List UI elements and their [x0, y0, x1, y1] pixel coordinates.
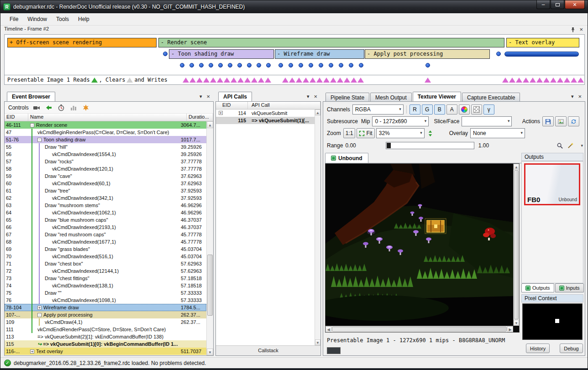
usage-triangle[interactable]	[530, 78, 536, 83]
event-row[interactable]: 58vkCmdDrawIndexed(120,1)37.77778	[5, 165, 206, 172]
usage-triangle[interactable]	[217, 78, 223, 83]
draw-event-dot[interactable]	[199, 63, 204, 68]
texture-tab-unbound[interactable]: Unbound	[325, 153, 368, 163]
usage-triangle[interactable]	[330, 78, 336, 83]
event-row[interactable]: 73Draw "chest fittings"57.18518	[5, 275, 206, 282]
event-row[interactable]: 72vkCmdDrawIndexed(12144,1)57.62963	[5, 267, 206, 275]
usage-triangle[interactable]	[564, 78, 570, 83]
timeline-marker[interactable]: - Apply post processing	[365, 49, 490, 59]
usage-triangle[interactable]	[523, 78, 529, 83]
draw-event-dot[interactable]	[247, 63, 252, 68]
timeline-marker[interactable]: - Render scene	[158, 38, 504, 47]
mip-select[interactable]: 0 - 1272x690	[372, 116, 429, 126]
pixel-context-view[interactable]	[522, 303, 583, 340]
tab-pipeline-state[interactable]: Pipeline State	[326, 93, 369, 102]
draw-event-dot[interactable]	[278, 63, 283, 68]
maximize-button[interactable]	[551, 0, 564, 9]
draw-event-dot[interactable]	[257, 63, 261, 68]
minimize-button[interactable]: –	[536, 0, 550, 9]
event-row[interactable]: 51-76-Toon shading draw1017.7...	[5, 136, 206, 143]
usage-triangle[interactable]	[351, 78, 357, 83]
event-row[interactable]: 76vkCmdDrawIndexed(1098,1)57.33333	[5, 297, 206, 304]
save-texture-button[interactable]	[542, 116, 554, 126]
range-max-value[interactable]: 1.00	[478, 142, 489, 149]
column-eid[interactable]: EID	[5, 114, 28, 121]
event-row[interactable]: 70vkCmdDrawIndexed(516,1)45.03704	[5, 253, 206, 260]
tab-mesh-output[interactable]: Mesh Output	[370, 93, 412, 102]
refresh-button[interactable]	[568, 116, 579, 126]
tab-capture-executable[interactable]: Capture Executable	[462, 93, 520, 102]
event-browser-scrollbar[interactable]: ▲ ▼	[206, 121, 213, 355]
event-row[interactable]: 59Draw "cave"37.62963	[5, 172, 206, 180]
draw-event-dot[interactable]	[189, 63, 194, 68]
api-calls-menu-chevron[interactable]: ▾	[307, 94, 310, 99]
api-calls-scrollbar[interactable]: ▲ ▼	[315, 109, 320, 345]
event-row[interactable]: 55Draw "hill"39.25926	[5, 143, 206, 151]
usage-triangle[interactable]	[578, 78, 584, 83]
usage-triangle[interactable]	[210, 78, 216, 83]
event-browser-close-icon[interactable]: ×	[206, 93, 210, 100]
usage-triangle[interactable]	[357, 78, 364, 83]
event-row[interactable]: 116-...+Text overlay511.7037	[5, 348, 206, 355]
close-button[interactable]: ×	[565, 0, 585, 9]
event-row[interactable]: 78-104+Wireframe draw1784.5...	[5, 304, 206, 311]
zoom-percent-combo[interactable]: 32%	[376, 128, 425, 138]
timeline-marker[interactable]: - Text overlay	[506, 38, 579, 47]
draw-event-dot[interactable]	[359, 63, 363, 68]
usage-triangle[interactable]	[557, 78, 563, 83]
stats-icon[interactable]	[69, 103, 78, 112]
texture-hscrollbar[interactable]: ◀ ▶	[326, 326, 513, 332]
event-browser-menu-chevron[interactable]: ▾	[200, 94, 202, 99]
draw-event-dot[interactable]	[339, 63, 343, 68]
usage-triangle[interactable]	[251, 78, 257, 83]
event-row[interactable]: 75Draw ""57.33333	[5, 289, 206, 297]
usage-triangle[interactable]	[536, 78, 543, 83]
menu-window[interactable]: Window	[23, 14, 52, 24]
export-image-button[interactable]	[555, 116, 567, 126]
toolbar-overflow-chevron[interactable]: ▾	[581, 143, 583, 148]
history-button[interactable]: History	[526, 344, 550, 353]
jump-back-icon[interactable]	[44, 103, 53, 112]
range-slider-thumb[interactable]	[387, 143, 391, 148]
event-row[interactable]: 63Draw "mushroom stems"46.96296	[5, 202, 206, 209]
tab-inputs[interactable]: Inputs	[555, 283, 584, 292]
usage-triangle[interactable]	[203, 78, 210, 83]
event-row[interactable]: 71Draw "chest box"57.62963	[5, 260, 206, 267]
event-row[interactable]: 107-...-Apply post processing262.37...	[5, 311, 206, 318]
api-call-row[interactable]: +114vkQueueSubmit	[216, 109, 320, 117]
zoom-1to1-button[interactable]: 1:1	[343, 128, 356, 138]
tab-texture-viewer[interactable]: Texture Viewer	[413, 92, 461, 102]
overlay-select[interactable]: None	[470, 128, 525, 138]
event-row[interactable]: 69Draw "grass blades"45.03704	[5, 245, 206, 253]
timeline-marker[interactable]: - Wireframe draw	[275, 49, 364, 59]
event-row[interactable]: 64vkCmdDrawIndexed(1062,1)46.96296	[5, 209, 206, 216]
draw-event-dot[interactable]	[237, 63, 242, 68]
usage-triangle[interactable]	[323, 78, 330, 83]
fit-button[interactable]: Fit	[357, 128, 374, 138]
background-checker-button[interactable]	[471, 104, 482, 115]
timeline-marker[interactable]: - Toon shading draw	[169, 49, 274, 59]
usage-triangle[interactable]	[258, 78, 264, 83]
usage-triangle[interactable]	[244, 78, 251, 83]
event-row[interactable]: 60vkCmdDrawIndexed(60,1)37.62963	[5, 180, 206, 187]
event-row[interactable]: 66vkCmdDrawIndexed(2193,1)46.37037	[5, 224, 206, 231]
usage-triangle[interactable]	[282, 78, 289, 83]
pin-icon[interactable]	[570, 27, 576, 32]
usage-triangle[interactable]	[543, 78, 550, 83]
event-row[interactable]: 46-111-Render scene3064.7...	[5, 121, 206, 129]
timeline-canvas[interactable]: + Off-screen scene rendering- Render sce…	[4, 34, 585, 75]
draw-event-dot[interactable]	[425, 63, 430, 68]
event-row[interactable]: 57Draw "rocks"37.77778	[5, 158, 206, 165]
range-min-value[interactable]: 0.00	[345, 142, 356, 149]
api-calls-close-icon[interactable]: ×	[314, 93, 317, 100]
event-row[interactable]: 68vkCmdDrawIndexed(1677,1)45.77778	[5, 238, 206, 245]
menu-help[interactable]: Help	[74, 14, 94, 24]
usage-triangle[interactable]	[316, 78, 323, 83]
usage-triangle[interactable]	[196, 78, 203, 83]
range-slider[interactable]	[386, 142, 474, 149]
event-row[interactable]: 61Draw "tree"37.92593	[5, 187, 206, 194]
draw-event-dot[interactable]	[266, 63, 271, 68]
event-row[interactable]: 62vkCmdDrawIndexed(342,1)37.92593	[5, 194, 206, 202]
alpha-channel-button[interactable]: A	[446, 104, 457, 115]
color-wheel-button[interactable]	[459, 104, 470, 115]
